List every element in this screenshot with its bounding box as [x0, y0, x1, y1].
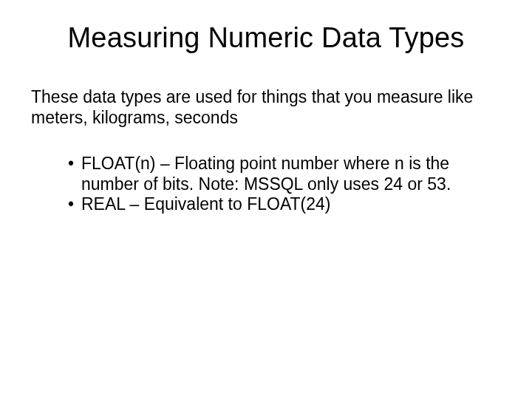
slide-title: Measuring Numeric Data Types [30, 22, 502, 54]
intro-text: These data types are used for things tha… [30, 87, 502, 128]
list-item: REAL – Equivalent to FLOAT(24) [68, 194, 502, 215]
bullet-list: FLOAT(n) – Floating point number where n… [30, 154, 502, 215]
slide: Measuring Numeric Data Types These data … [0, 0, 532, 399]
list-item: FLOAT(n) – Floating point number where n… [68, 154, 502, 194]
